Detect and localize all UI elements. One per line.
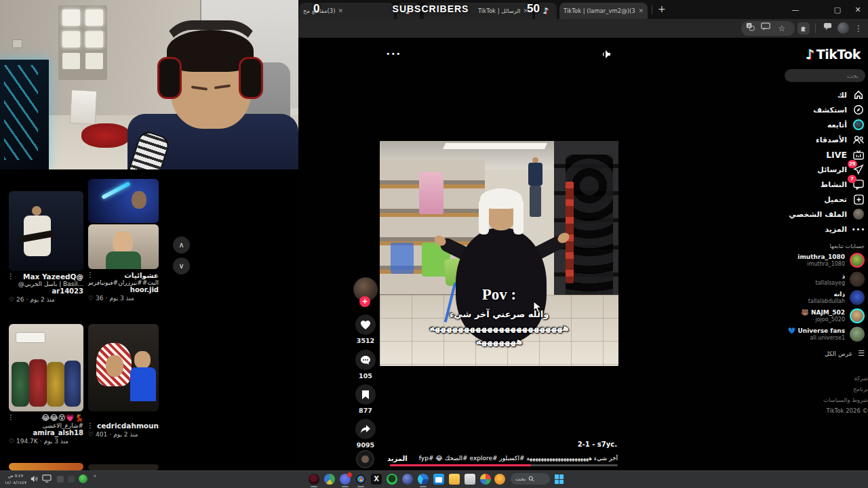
footer-link-terms[interactable]: شروط والسياسات	[773, 396, 868, 403]
sidebar-chat-icon[interactable]	[823, 22, 835, 35]
sound-disc-avatar[interactable]	[356, 450, 374, 468]
sidebar-item-activity[interactable]: 7 النشاط	[821, 178, 865, 191]
grid-thumb-partial[interactable]	[88, 464, 159, 470]
chrome-icon[interactable]	[355, 474, 366, 485]
following-account[interactable]: 💙 Universe fansali.universe1	[776, 325, 865, 343]
home-icon	[852, 89, 865, 101]
footer-link-program[interactable]: برنامج	[773, 386, 868, 392]
start-button[interactable]	[555, 474, 564, 484]
volume-icon[interactable]	[30, 474, 39, 483]
video-author-line[interactable]: 2-1 - s7yc.	[475, 441, 617, 448]
extensions-icon[interactable]	[797, 22, 810, 35]
search-box[interactable]	[785, 69, 865, 82]
thumb-ac-unit	[16, 332, 45, 343]
thumb-shirt	[106, 251, 141, 269]
sidebar-item-explore[interactable]: استكشف	[813, 103, 865, 117]
x-app-icon[interactable]: X	[371, 474, 382, 485]
kebab-icon[interactable]: ⋮	[87, 422, 94, 429]
browser-tab-active-profile[interactable]: TikTok | (lamar_vm2@)رائشتي(38) ✕	[559, 3, 648, 19]
sidebar-item-messages[interactable]: 29 الرسائل	[817, 163, 865, 176]
sidebar-item-following[interactable]: أتابعه	[827, 118, 865, 131]
scroll-up-button[interactable]: ∧	[173, 237, 190, 253]
grid-thumb-night-stream[interactable]	[9, 191, 83, 271]
profile-avatar-icon	[852, 208, 865, 220]
friends-icon	[852, 134, 865, 146]
video-caption[interactable]: آخر شيء ههههههههههههههههههههههه #اكسبلور…	[412, 455, 618, 462]
bookmark-button[interactable]	[355, 384, 376, 405]
orange-app-icon[interactable]	[494, 474, 505, 485]
comment-button[interactable]	[355, 350, 376, 370]
heart-icon: ♡	[88, 295, 94, 302]
grid-item-caption[interactable]: ⋮ Max YazeedQ@ @باسل الحربي | Basil... a…	[9, 272, 83, 303]
player-more-icon[interactable]: •••	[386, 49, 401, 58]
kebab-icon[interactable]: ⋮	[87, 271, 94, 279]
tray-app-icon[interactable]	[57, 476, 64, 483]
steam-icon[interactable]	[402, 474, 413, 485]
tray-app-icon[interactable]	[68, 476, 75, 483]
shelf-niche	[85, 9, 103, 26]
chrome-profile-icon[interactable]	[324, 474, 335, 485]
grid-item-caption[interactable]: ⋮ عشوائيات البث##بيرزران#فيونيافرس... ho…	[88, 271, 159, 302]
thumb-face	[132, 191, 146, 209]
tray-green-app-icon[interactable]	[79, 474, 87, 483]
taskbar-clock[interactable]: ٥:٤٧ ص ١٤/٠٨/١٤٤٧	[4, 472, 27, 486]
mouse-cursor	[533, 301, 542, 313]
edge-icon[interactable]	[418, 474, 429, 485]
search-input[interactable]	[777, 73, 859, 79]
grid-thumb-partial[interactable]	[9, 463, 83, 470]
following-account[interactable]: ذtallalsayeg	[776, 270, 865, 288]
discord-icon[interactable]	[340, 474, 351, 485]
cast-icon[interactable]	[761, 22, 773, 35]
recorder-app-icon[interactable]	[309, 474, 319, 485]
bookmark-star-icon[interactable]: ☆	[776, 22, 788, 35]
grid-item-caption[interactable]: ⋮ 💃💗😵😂😂 #شارع_الاعشى amira_alsh18 ♡194.7…	[9, 413, 83, 445]
app-window-icon[interactable]	[465, 474, 475, 485]
taskbar-search-box[interactable]: بحث	[511, 473, 550, 485]
sidebar-item-for-you[interactable]: لك	[837, 88, 865, 102]
window-maximize-button[interactable]: ▢	[829, 4, 846, 16]
pink-board	[419, 172, 443, 214]
browser-menu-icon[interactable]: ⋮	[852, 22, 865, 35]
scroll-down-button[interactable]: ∨	[173, 258, 190, 274]
like-button[interactable]	[355, 314, 376, 335]
new-tab-button[interactable]: +	[658, 3, 666, 14]
kebab-icon[interactable]: ⋮	[7, 272, 14, 280]
sidebar-item-upload[interactable]: تحميل	[824, 192, 865, 206]
follow-plus-button[interactable]: +	[359, 296, 370, 307]
microsoft-store-icon[interactable]	[433, 474, 444, 485]
grid-thumb-car-ghutra[interactable]	[88, 324, 159, 411]
show-all-row[interactable]: ☰ عرض الكل	[776, 349, 865, 358]
account-avatar	[850, 253, 865, 268]
comment-count: 105	[345, 372, 386, 380]
file-explorer-icon[interactable]	[449, 474, 460, 485]
tray-hidden-icons-chevron[interactable]: ＾	[92, 473, 98, 481]
photos-icon[interactable]	[480, 474, 491, 485]
window-close-button[interactable]: ✕	[849, 4, 867, 16]
following-account[interactable]: imuthra_1080imuthra_1080	[776, 251, 865, 269]
footer-link-company[interactable]: شركة	[773, 375, 868, 382]
grid-thumb-blue-scene[interactable]	[88, 179, 159, 223]
profile-avatar[interactable]	[837, 22, 849, 34]
player-sound-icon[interactable]	[601, 49, 612, 60]
grid-item-caption[interactable]: ⋮ cedricdahmoun ♡401·منذ 2 يوم	[88, 422, 159, 438]
tiktok-logo[interactable]: ♪ TikTok	[806, 46, 861, 62]
kebab-icon[interactable]: ⋮	[7, 413, 14, 421]
translate-icon[interactable]: a	[746, 22, 758, 35]
tab-close-icon[interactable]: ✕	[638, 7, 644, 14]
display-icon[interactable]	[42, 474, 52, 483]
following-account[interactable]: ذانهtallalabdullah	[776, 289, 865, 306]
sidebar-item-profile[interactable]: الملف الشخصي	[789, 207, 865, 221]
whatsapp-icon[interactable]	[387, 474, 397, 485]
sidebar-item-live[interactable]: LIVE	[826, 148, 865, 161]
caption-more-button[interactable]: المزيد	[387, 455, 408, 462]
grid-thumb-selfie[interactable]	[88, 224, 159, 269]
grid-thumb-group-dresses[interactable]	[9, 324, 83, 411]
sidebar-item-more[interactable]: ••• المزيد	[825, 222, 865, 236]
tiktok-video[interactable]: Pov : والله صرعني آخر شيء هههههههههههههه…	[380, 141, 618, 366]
window-minimize-button[interactable]: —	[787, 4, 804, 16]
share-button[interactable]	[355, 419, 376, 439]
tab-close-icon[interactable]: ✕	[338, 7, 344, 14]
video-progress-track[interactable]	[390, 464, 618, 466]
following-account[interactable]: 🐻 NAJM_502jojoo_5020	[776, 307, 865, 325]
sidebar-item-friends[interactable]: الأصدقاء	[816, 133, 865, 146]
